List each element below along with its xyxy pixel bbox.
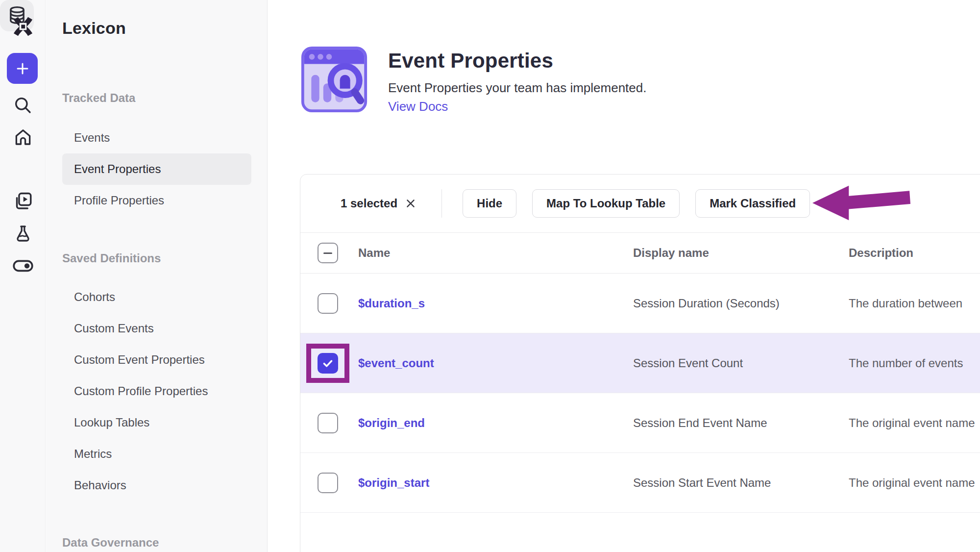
toolbar-divider xyxy=(441,189,442,218)
table-row[interactable]: $origin_end Session End Event Name The o… xyxy=(300,393,980,453)
page-title: Event Properties xyxy=(388,49,553,73)
display-name-cell: Session Event Count xyxy=(633,356,849,370)
description-cell: The number of events xyxy=(849,356,980,370)
view-docs-link[interactable]: View Docs xyxy=(388,99,448,114)
column-header-display-name[interactable]: Display name xyxy=(633,246,849,260)
description-cell: The original event name xyxy=(849,476,980,490)
sidebar-item-event-properties[interactable]: Event Properties xyxy=(62,153,251,185)
sidebar-item-custom-event-properties[interactable]: Custom Event Properties xyxy=(62,344,251,376)
display-name-cell: Session End Event Name xyxy=(633,416,849,430)
property-name-link[interactable]: $origin_start xyxy=(358,476,633,490)
page-subtitle: Event Properties your team has implement… xyxy=(388,80,646,96)
column-header-description[interactable]: Description xyxy=(849,246,980,260)
create-new-button[interactable] xyxy=(7,53,38,84)
display-name-cell: Session Start Event Name xyxy=(633,476,849,490)
description-cell: The original event name xyxy=(849,416,980,430)
table-row-selected[interactable]: $event_count Session Event Count The num… xyxy=(300,333,980,393)
property-name-link[interactable]: $origin_end xyxy=(358,416,633,430)
property-name-link[interactable]: $event_count xyxy=(358,356,633,370)
section-label-saved-definitions: Saved Definitions xyxy=(62,251,161,265)
row-checkbox[interactable] xyxy=(318,473,338,493)
table-body: $duration_s Session Duration (Seconds) T… xyxy=(300,274,980,513)
check-icon xyxy=(321,357,334,370)
saved-definitions-items: Cohorts Custom Events Custom Event Prope… xyxy=(62,281,251,501)
mark-classified-button[interactable]: Mark Classified xyxy=(695,189,810,218)
column-header-name[interactable]: Name xyxy=(358,246,633,260)
sidebar-item-custom-events[interactable]: Custom Events xyxy=(62,313,251,344)
feature-toggle-icon[interactable] xyxy=(0,254,46,277)
event-properties-illustration-icon xyxy=(300,45,368,114)
sidebar-item-profile-properties[interactable]: Profile Properties xyxy=(62,185,251,216)
tracked-data-items: Events Event Properties Profile Properti… xyxy=(62,122,251,216)
close-icon xyxy=(405,198,416,209)
hide-button[interactable]: Hide xyxy=(463,189,516,218)
table-row[interactable]: $duration_s Session Duration (Seconds) T… xyxy=(300,274,980,333)
description-cell: The duration between xyxy=(849,297,980,310)
row-checkbox-checked[interactable] xyxy=(318,353,338,374)
section-label-tracked-data: Tracked Data xyxy=(62,91,135,105)
home-icon[interactable] xyxy=(0,126,46,149)
experiments-flask-icon[interactable] xyxy=(0,223,46,245)
sidebar-item-cohorts[interactable]: Cohorts xyxy=(62,281,251,313)
mixpanel-logo-icon[interactable] xyxy=(0,14,46,39)
table-row[interactable]: $origin_start Session Start Event Name T… xyxy=(300,453,980,513)
indeterminate-dash xyxy=(323,252,332,254)
sidebar-item-lookup-tables[interactable]: Lookup Tables xyxy=(62,407,251,438)
properties-table-card: 1 selected Hide Map To Lookup Table Mark… xyxy=(300,174,980,552)
sidebar-item-behaviors[interactable]: Behaviors xyxy=(62,470,251,501)
app-icon-rail xyxy=(0,0,46,552)
sidebar-title: Lexicon xyxy=(62,19,126,38)
lexicon-sidebar: Lexicon Tracked Data Events Event Proper… xyxy=(46,0,268,552)
table-header-row: Name Display name Description xyxy=(300,232,980,274)
search-icon[interactable] xyxy=(0,94,46,117)
sidebar-item-custom-profile-properties[interactable]: Custom Profile Properties xyxy=(62,376,251,407)
property-name-link[interactable]: $duration_s xyxy=(358,297,633,310)
select-all-checkbox[interactable] xyxy=(318,243,338,263)
row-checkbox[interactable] xyxy=(318,293,338,314)
lexicon-page: Lexicon Tracked Data Events Event Proper… xyxy=(0,0,980,552)
selection-count: 1 selected xyxy=(341,197,397,210)
row-checkbox[interactable] xyxy=(318,413,338,433)
display-name-cell: Session Duration (Seconds) xyxy=(633,297,849,310)
sidebar-item-events[interactable]: Events xyxy=(62,122,251,153)
selection-toolbar: 1 selected Hide Map To Lookup Table Mark… xyxy=(300,175,980,232)
plus-icon xyxy=(15,61,30,76)
session-replay-icon[interactable] xyxy=(0,190,46,212)
sidebar-item-metrics[interactable]: Metrics xyxy=(62,438,251,470)
section-label-data-governance: Data Governance xyxy=(62,536,159,550)
map-to-lookup-table-button[interactable]: Map To Lookup Table xyxy=(532,189,680,218)
main-content: Event Properties Event Properties your t… xyxy=(268,0,980,552)
clear-selection-button[interactable] xyxy=(405,198,416,209)
